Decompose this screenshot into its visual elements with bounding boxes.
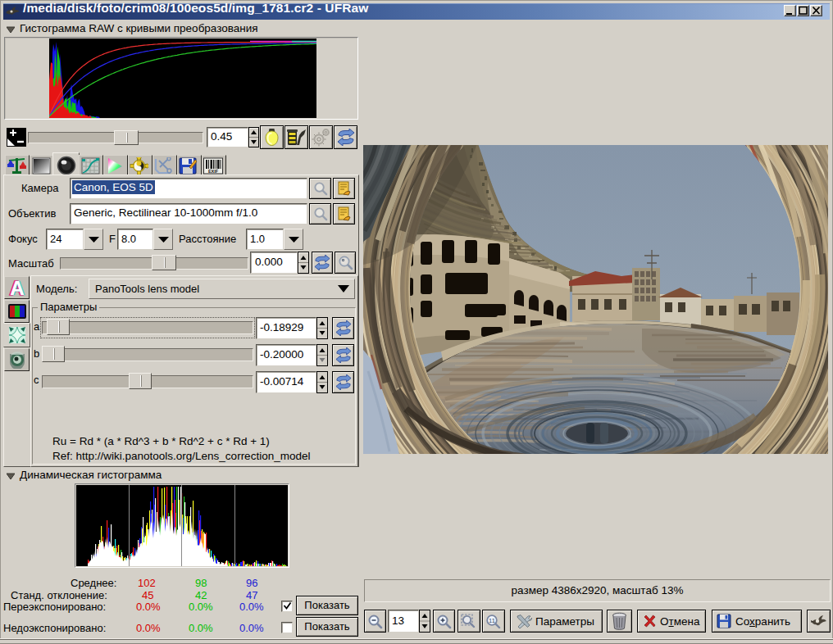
svg-text:A: A <box>10 278 24 298</box>
svg-text:EXIF: EXIF <box>208 169 219 174</box>
svg-text:11: 11 <box>489 617 495 624</box>
